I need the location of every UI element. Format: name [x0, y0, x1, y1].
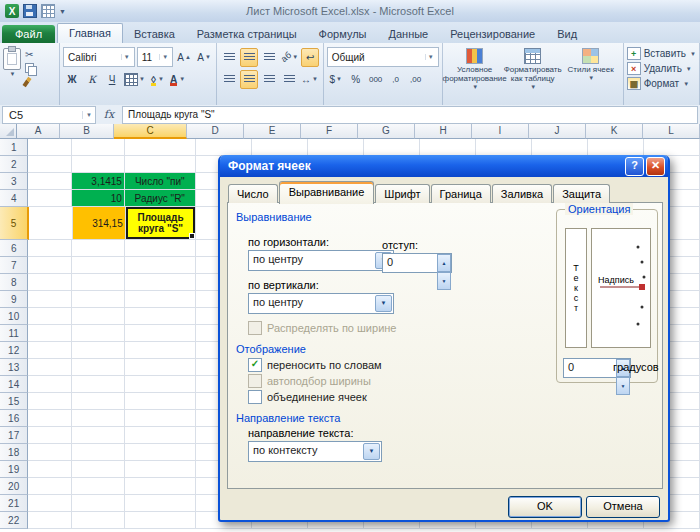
cell-C1[interactable]	[125, 139, 196, 156]
ribbon-tab-вид[interactable]: Вид	[546, 25, 588, 43]
column-header-K[interactable]: K	[586, 124, 643, 139]
vertical-combo[interactable]: по центру ▼	[248, 293, 394, 314]
format-painter-icon[interactable]	[22, 77, 31, 87]
vertical-text-option[interactable]: Текст	[565, 228, 587, 348]
ribbon-tab-рецензирование[interactable]: Рецензирование	[439, 25, 546, 43]
wrap-text-checkbox[interactable]: ✓ переносить по словам	[248, 358, 382, 372]
font-family-dropdown-icon[interactable]: ▼	[121, 54, 132, 60]
underline-button[interactable]: Ч	[103, 70, 121, 89]
cell-C16[interactable]	[125, 410, 196, 427]
orientation-sample[interactable]: Надпись	[591, 228, 651, 348]
cell-B8[interactable]	[72, 274, 125, 291]
ok-button[interactable]: OK	[508, 496, 582, 518]
cell-B22[interactable]	[72, 512, 125, 529]
ribbon-tab-формулы[interactable]: Формулы	[308, 25, 378, 43]
cell-A7[interactable]	[28, 257, 71, 274]
dialog-close-button[interactable]: ✕	[646, 157, 665, 176]
cell-B7[interactable]	[72, 257, 125, 274]
cell-A1[interactable]	[28, 139, 71, 156]
cell-A14[interactable]	[28, 376, 71, 393]
row-header-13[interactable]: 13	[0, 359, 28, 376]
cell-C21[interactable]	[125, 495, 196, 512]
dialog-tab-граница[interactable]: Граница	[431, 184, 491, 203]
row-header-3[interactable]: 3	[0, 173, 28, 190]
cell-C20[interactable]	[125, 478, 196, 495]
column-header-J[interactable]: J	[529, 124, 586, 139]
column-header-I[interactable]: I	[472, 124, 529, 139]
cell-B2[interactable]	[72, 156, 125, 173]
column-header-L[interactable]: L	[643, 124, 700, 139]
cell-B11[interactable]	[72, 325, 125, 342]
cell-A11[interactable]	[28, 325, 71, 342]
cell-B1[interactable]	[72, 139, 125, 156]
cell-B17[interactable]	[72, 427, 125, 444]
indent-spinner[interactable]: 0 ▲▼	[382, 253, 452, 273]
cell-B5[interactable]: 314,15	[73, 207, 126, 240]
format-as-table-button[interactable]: Форматировать как таблицу ▼	[504, 46, 562, 108]
row-header-20[interactable]: 20	[0, 478, 28, 495]
row-header-18[interactable]: 18	[0, 444, 28, 461]
cell-A6[interactable]	[28, 240, 71, 257]
currency-button[interactable]: $▼	[327, 70, 345, 89]
sheet-icon[interactable]	[41, 4, 55, 18]
row-header-6[interactable]: 6	[0, 240, 28, 257]
cell-C14[interactable]	[125, 376, 196, 393]
row-header-16[interactable]: 16	[0, 410, 28, 427]
dialog-help-button[interactable]: ?	[625, 157, 644, 176]
justify-distributed-checkbox-box[interactable]	[248, 321, 262, 335]
degrees-spin-down-icon[interactable]: ▼	[616, 377, 630, 395]
merge-cells-checkbox[interactable]: объединение ячеек	[248, 390, 367, 404]
row-header-9[interactable]: 9	[0, 291, 28, 308]
ribbon-tab-разметка-страницы[interactable]: Разметка страницы	[186, 25, 308, 43]
cell-B19[interactable]	[72, 461, 125, 478]
font-family-combo[interactable]: Calibri▼	[63, 47, 135, 67]
cell-C7[interactable]	[125, 257, 196, 274]
column-header-D[interactable]: D	[187, 124, 244, 139]
wrap-text-checkbox-box[interactable]: ✓	[248, 358, 262, 372]
cell-D1[interactable]	[196, 139, 252, 156]
indent-spin-down-icon[interactable]: ▼	[437, 272, 451, 290]
borders-button[interactable]: ▼	[123, 70, 146, 89]
shrink-to-fit-checkbox[interactable]: автоподбор ширины	[248, 374, 371, 388]
decrease-decimal-button[interactable]: ,00	[407, 70, 425, 89]
align-left-button[interactable]	[220, 70, 238, 89]
text-direction-combo[interactable]: по контексту ▼	[248, 441, 382, 462]
cell-K1[interactable]	[588, 139, 644, 156]
cell-A9[interactable]	[28, 291, 71, 308]
cancel-button[interactable]: Отмена	[586, 496, 660, 518]
merge-center-button[interactable]: ↔▼	[300, 70, 319, 89]
cell-A15[interactable]	[28, 393, 71, 410]
cell-B20[interactable]	[72, 478, 125, 495]
format-cells-button[interactable]: ▦ Формат▼	[627, 76, 696, 91]
cell-A20[interactable]	[28, 478, 71, 495]
cell-C2[interactable]	[125, 156, 196, 173]
align-middle-button[interactable]	[240, 48, 258, 67]
row-header-17[interactable]: 17	[0, 427, 28, 444]
delete-cells-button[interactable]: × Удалить▼	[627, 61, 696, 76]
ribbon-tab-данные[interactable]: Данные	[377, 25, 439, 43]
cell-A13[interactable]	[28, 359, 71, 376]
cell-J1[interactable]	[532, 139, 588, 156]
cell-A10[interactable]	[28, 308, 71, 325]
cell-C4[interactable]: Радиус "R"	[125, 190, 196, 207]
cell-C3[interactable]: Число "пи"	[125, 173, 196, 190]
insert-cells-button[interactable]: + Вставить▼	[627, 46, 696, 61]
wrap-text-button[interactable]: ↩	[301, 48, 319, 67]
cell-B9[interactable]	[72, 291, 125, 308]
cell-C13[interactable]	[125, 359, 196, 376]
select-all-corner[interactable]	[0, 124, 17, 139]
dialog-tab-заливка[interactable]: Заливка	[492, 184, 552, 203]
orientation-button[interactable]: аб▼	[280, 48, 299, 67]
row-header-21[interactable]: 21	[0, 495, 28, 512]
column-header-F[interactable]: F	[301, 124, 358, 139]
cell-A2[interactable]	[28, 156, 71, 173]
cell-B13[interactable]	[72, 359, 125, 376]
cell-E1[interactable]	[252, 139, 308, 156]
dialog-tab-число[interactable]: Число	[228, 184, 278, 203]
percent-button[interactable]: %	[347, 70, 365, 89]
cell-C15[interactable]	[125, 393, 196, 410]
save-icon[interactable]	[23, 4, 37, 18]
increase-decimal-button[interactable]: ,0	[387, 70, 405, 89]
cell-A21[interactable]	[28, 495, 71, 512]
cell-I1[interactable]	[476, 139, 532, 156]
